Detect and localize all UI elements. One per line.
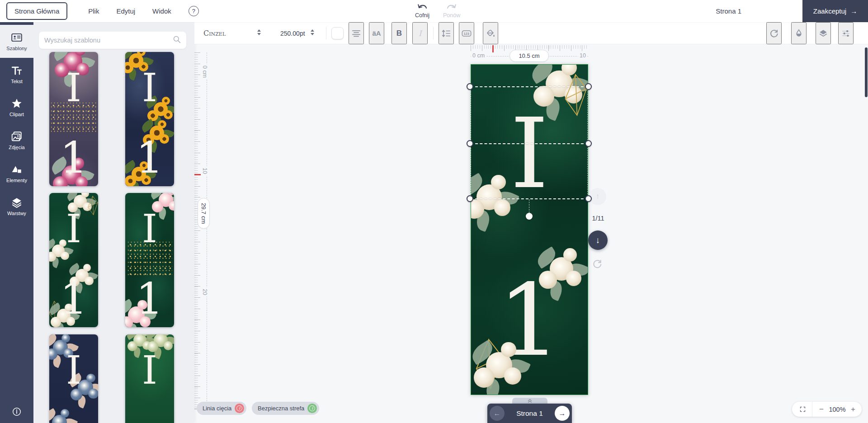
template-number: 1 [49, 277, 98, 320]
menu-item-edytuj[interactable]: Edytuj [116, 7, 135, 15]
flower-shape [566, 271, 581, 286]
info-glyph: i [236, 405, 242, 411]
text-align-icon[interactable] [349, 22, 364, 44]
vertical-scrollbar[interactable] [865, 47, 868, 97]
template-card[interactable]: I1 [125, 193, 174, 327]
selection-handle-middle-right[interactable] [585, 140, 592, 147]
line-spacing-icon[interactable] [439, 22, 454, 44]
menu-item-widok[interactable]: Widok [152, 7, 171, 15]
font-family-select[interactable]: Cinzel [203, 22, 226, 44]
help-icon[interactable]: ? [189, 6, 199, 16]
font-size-stepper[interactable] [311, 29, 314, 35]
undo-icon [417, 4, 428, 12]
zoom-level: 100% [827, 406, 848, 413]
page-height-badge: 29.7 cm [198, 198, 210, 229]
safe-zone-info-icon[interactable]: i [307, 404, 317, 413]
bold-icon[interactable]: B [392, 22, 407, 44]
letter-spacing-icon[interactable]: äA [369, 22, 384, 44]
selection-handle-middle-left[interactable] [467, 140, 473, 147]
opacity-icon[interactable] [791, 22, 807, 44]
template-grid: I1I1I1I1I1I1 [33, 22, 194, 423]
prev-page-arrow[interactable]: ← [490, 406, 505, 421]
info-icon[interactable] [0, 407, 33, 417]
selection-handle-bottom-right[interactable] [585, 195, 592, 202]
selection-handle-bottom-left[interactable] [467, 195, 473, 202]
next-page-arrow[interactable]: → [555, 406, 570, 421]
undo-button[interactable]: Cofnij [415, 4, 429, 19]
accept-button[interactable]: Zaakceptuj → [802, 0, 868, 22]
design-page[interactable]: I 1 [471, 64, 588, 395]
template-card[interactable]: I1 [125, 52, 174, 186]
pages-drawer-handle[interactable] [512, 398, 547, 404]
sidebar-item-warstwy[interactable]: Warstwy [0, 190, 33, 223]
fill-color-icon[interactable] [483, 22, 498, 44]
toolbar-divider [433, 27, 434, 39]
settings-sliders-icon[interactable] [838, 22, 854, 44]
flower-shape [539, 271, 557, 289]
layers-icon[interactable] [816, 22, 831, 44]
font-size-input[interactable]: 250.00 [280, 22, 300, 44]
sidebar-item-label: Szablony [6, 46, 27, 51]
flower-shape [61, 334, 70, 343]
fullscreen-icon[interactable] [797, 406, 807, 413]
template-number: 1 [125, 418, 174, 423]
numbering-icon[interactable]: 123 [459, 22, 474, 44]
zoom-in-button[interactable]: + [848, 405, 859, 414]
template-letter: I [125, 209, 174, 248]
page-indicator: Strona 1 [716, 7, 741, 15]
flower-shape [491, 175, 505, 189]
selection-handle-top-left[interactable] [467, 83, 473, 90]
rotation-handle[interactable] [526, 213, 533, 220]
safe-zone-badge: Bezpieczna strefa i [252, 402, 319, 415]
selection-handle-top-right[interactable] [585, 83, 592, 90]
home-button[interactable]: Strona Główna [6, 2, 67, 20]
arrow-right-icon: → [850, 7, 857, 15]
template-card[interactable]: I1 [125, 334, 174, 423]
sidebar-item-zdjecia[interactable]: Zdjęcia [0, 124, 33, 157]
sidebar-nav: SzablonyTekstClipartZdjęciaElementyWarst… [0, 22, 33, 423]
sidebar-item-clipart[interactable]: Clipart [0, 91, 33, 124]
redo-button[interactable]: Ponów [443, 4, 460, 19]
flower-shape [158, 120, 166, 129]
sidebar-item-elementy[interactable]: Elementy [0, 157, 33, 190]
template-card[interactable]: I1 [49, 52, 98, 186]
sidebar-item-label: Elementy [6, 178, 27, 183]
search-icon [173, 35, 181, 45]
main-menu: Plik Edytuj Widok [88, 7, 171, 15]
sidebar-item-label: Zdjęcia [9, 145, 24, 150]
tekst-icon [11, 65, 23, 76]
template-card[interactable]: I1 [49, 193, 98, 327]
cut-line-label: Linia cięcia [203, 405, 231, 412]
zoom-out-button[interactable]: − [816, 405, 827, 414]
flower-shape [49, 252, 56, 262]
page-count-label: 1/11 [586, 215, 610, 222]
template-letter: I [125, 351, 174, 390]
text-color-swatch[interactable] [331, 27, 344, 39]
ruler-vertical-cursor-marker [194, 174, 201, 175]
sidebar-item-label: Clipart [9, 112, 24, 117]
clipart-icon [11, 98, 23, 109]
zoom-controls: − 100% + [792, 402, 862, 417]
rotate-icon[interactable] [766, 22, 782, 44]
sidebar-item-szablony[interactable]: Szablony [0, 25, 33, 58]
search-input[interactable] [44, 37, 173, 44]
font-family-stepper[interactable] [257, 29, 261, 35]
info-glyph: i [309, 405, 315, 411]
template-card[interactable]: I1 [49, 334, 98, 423]
rotate-page-icon[interactable] [591, 258, 603, 270]
next-page-button[interactable]: ↓ [588, 230, 608, 250]
previous-page-button[interactable]: ↑ [589, 188, 606, 205]
italic-icon[interactable]: I [412, 22, 428, 44]
elementy-icon [11, 164, 23, 175]
font-size-unit: pt [300, 22, 305, 44]
flower-shape [164, 110, 173, 119]
redo-label: Ponów [443, 12, 460, 19]
menu-item-plik[interactable]: Plik [88, 7, 99, 15]
sidebar-item-tekst[interactable]: Tekst [0, 58, 33, 91]
template-search [39, 32, 186, 49]
cut-line-info-icon[interactable]: i [235, 404, 244, 413]
ruler-v-twenty-label: 20 [202, 287, 208, 296]
flower-shape [501, 342, 516, 357]
page-width-badge: 10.5 cm [509, 50, 549, 62]
top-menu-bar: Strona Główna Plik Edytuj Widok ? Cofnij… [0, 0, 868, 22]
